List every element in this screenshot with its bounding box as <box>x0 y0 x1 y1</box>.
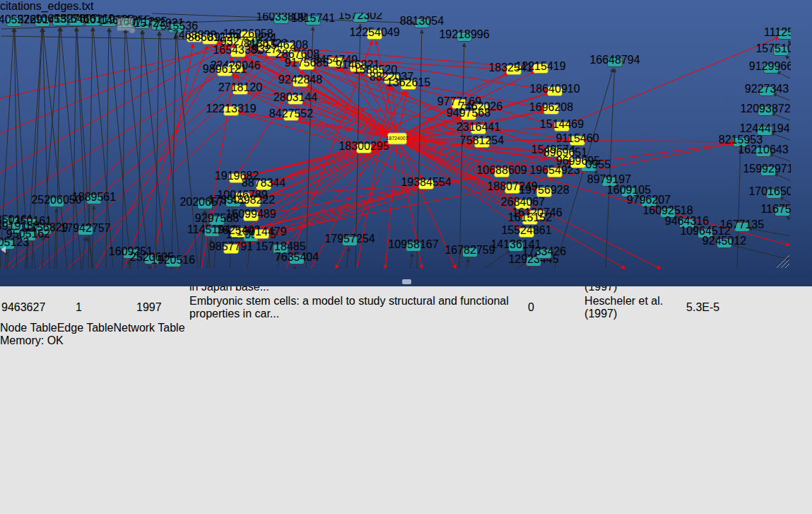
table-cell[interactable]: 1997 <box>136 295 188 320</box>
table-row[interactable]: 946362711997Embryonic stem cells: a mode… <box>1 295 793 320</box>
graph-edge <box>787 216 790 220</box>
graph-node-label: 9129966 <box>749 60 791 72</box>
graph-node-label: 7635404 <box>275 251 319 263</box>
graph-node-label: 9857791 <box>209 240 253 252</box>
graph-node-label: 19384554 <box>401 176 451 188</box>
graph-node-label: 1677135 <box>720 218 764 230</box>
graph-node-label: 10688609 <box>476 164 526 176</box>
graph-edge <box>286 139 397 245</box>
graph-node-label: 19756928 <box>519 184 569 196</box>
tab-network-table[interactable]: Network Table <box>113 322 184 334</box>
graph-node-label: 17957254 <box>324 233 375 245</box>
table-cell[interactable]: 5.3E-5 <box>686 295 793 320</box>
graph-node-label: 15751074 <box>755 42 791 54</box>
graph-node-label: 1615152 <box>508 211 552 223</box>
tab-node-table[interactable]: Node Table <box>0 322 57 334</box>
graph-node-label: 10958167 <box>388 238 438 250</box>
graph-edge <box>42 236 44 269</box>
table-tab-bar: Node TableEdge TableNetwork Table <box>0 322 812 334</box>
table-cell[interactable]: 9463627 <box>1 295 74 320</box>
graph-node-label: 12444194 <box>739 122 789 134</box>
graph-edge <box>466 259 469 269</box>
graph-node-label: 17016504 <box>748 185 791 197</box>
table-cell[interactable]: Hescheler et al. (1997) <box>584 295 685 320</box>
network-background: citations_edges.txt 24055722269140610653… <box>0 0 812 286</box>
memory-status-label: Memory: OK <box>0 334 64 346</box>
table-cell[interactable]: Embryonic stem cells: a model to study s… <box>189 295 526 320</box>
graph-node-label: 2316441 <box>457 121 500 133</box>
graph-edge <box>785 55 790 60</box>
graph-node-label: 8427552 <box>269 107 313 119</box>
graph-node-label: 12093872 <box>740 103 790 115</box>
window-title: citations_edges.txt <box>0 0 812 13</box>
graph-node-label: 16210643 <box>738 144 788 156</box>
graph-node-label: 16099489 <box>225 208 276 220</box>
graph-edge <box>266 139 397 230</box>
graph-edge <box>737 148 741 269</box>
graph-node-label: 1167531 <box>760 203 791 215</box>
status-bar: Memory: OK <box>0 334 812 347</box>
graph-node-label: 19218996 <box>439 28 489 40</box>
graph-node-label: 16914479 <box>236 226 286 238</box>
graph-node-label: 12254049 <box>349 26 399 38</box>
graph-edge <box>122 29 125 269</box>
window-resize-grip[interactable] <box>777 255 789 268</box>
graph-edge <box>54 209 57 269</box>
graph-node-label: 1572302 <box>339 13 382 21</box>
graph-node-label: 1733426 <box>522 245 566 257</box>
graph-node-label: 1112504 <box>764 26 791 38</box>
graph-node-label: 7581254 <box>460 134 504 146</box>
graph-node-label: 9115460 <box>555 132 599 144</box>
graph-node-label: 18724007 <box>386 136 408 141</box>
graph-node-label: 9896121 <box>203 63 247 75</box>
graph-node-label: 9242848 <box>278 74 322 86</box>
graph-edge <box>110 28 131 269</box>
graph-node-label: 16782759 <box>445 244 495 256</box>
splitter-handle[interactable] <box>402 279 411 284</box>
graph-node-label: 4898222 <box>231 194 275 206</box>
graph-edge <box>138 30 142 269</box>
graph-node-label: 9245012 <box>702 235 746 247</box>
graph-node-label: 12215419 <box>515 60 565 72</box>
graph-edge <box>295 266 295 269</box>
graph-node-label: 9227343 <box>745 83 789 95</box>
app: citations_edges.txt 24055722269140610653… <box>0 0 812 514</box>
graph-node-label: 18300295 <box>339 140 389 152</box>
graph-node-label: 12213319 <box>206 103 256 115</box>
graph-node-label: 2803144 <box>273 91 317 103</box>
graph-node-label: 15992971 <box>743 163 791 175</box>
graph-node-label: 1920516 <box>151 254 195 266</box>
graph-node-label: 18640910 <box>529 83 579 95</box>
graph-node-label: 1514469 <box>540 118 584 130</box>
graph-edge <box>529 267 530 269</box>
graph-node-label: 9699695 <box>556 155 600 167</box>
graph-node-label: 16648794 <box>589 54 640 66</box>
graph-edge <box>410 253 413 269</box>
graph-node-label: 8813054 <box>400 15 444 27</box>
table-cell[interactable]: 1 <box>76 295 135 320</box>
graph-edge <box>0 45 236 98</box>
graph-edge <box>346 247 349 269</box>
panel-collapse-arrow[interactable] <box>1 246 6 253</box>
graph-node-label: 1362615 <box>387 76 430 88</box>
import-table-icon[interactable] <box>117 24 139 36</box>
graph-node-label: 2718120 <box>218 81 262 93</box>
table-cell[interactable]: 0 <box>528 295 583 320</box>
network-view[interactable]: 2405572226914061065352815276026466162107… <box>0 13 791 269</box>
graph-node-label: 1889561 <box>72 191 116 203</box>
window-titlebar[interactable]: citations_edges.txt <box>0 0 812 13</box>
graph-node-label: 8878344 <box>242 177 286 189</box>
graph-edge <box>777 71 790 78</box>
tab-edge-table[interactable]: Edge Table <box>57 322 114 334</box>
graph-node-label: 1815741 <box>291 13 335 24</box>
graph-node-label: 15524861 <box>501 224 551 236</box>
graph-node-label: 17942757 <box>60 222 110 234</box>
graph-edge <box>172 35 176 269</box>
network-window: citations_edges.txt 24055722269140610653… <box>0 0 812 271</box>
graph-edge <box>150 266 151 269</box>
graph-node-label: 9497568 <box>447 107 490 119</box>
graph-node-label: 1696208 <box>529 101 573 113</box>
